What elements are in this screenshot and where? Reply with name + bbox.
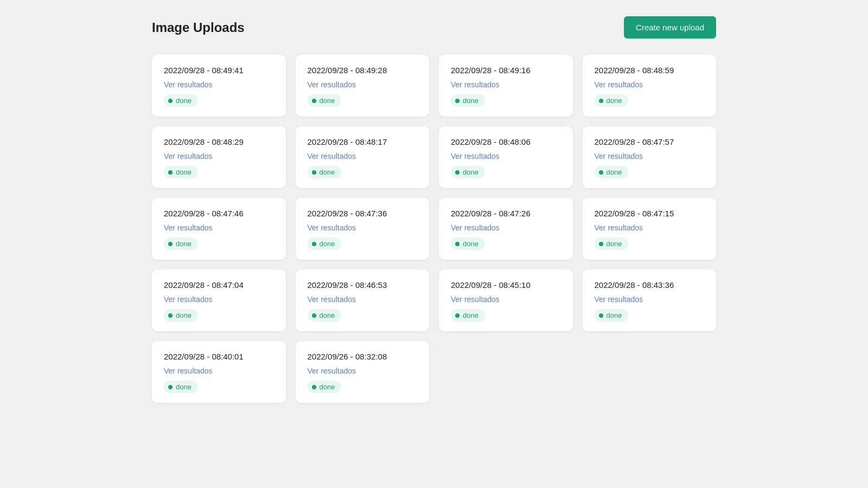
status-dot-icon — [455, 313, 459, 318]
uploads-grid: 2022/09/28 - 08:49:41Ver resultadosdone2… — [152, 55, 716, 403]
page-header: Image Uploads Create new upload — [152, 16, 716, 38]
upload-card: 2022/09/28 - 08:49:41Ver resultadosdone — [152, 55, 286, 117]
status-label: done — [463, 97, 478, 105]
status-label: done — [607, 97, 622, 105]
card-timestamp: 2022/09/28 - 08:48:17 — [308, 137, 418, 146]
ver-resultados-link[interactable]: Ver resultados — [451, 295, 561, 304]
status-badge: done — [451, 309, 485, 322]
page-title: Image Uploads — [152, 20, 245, 35]
upload-card: 2022/09/28 - 08:40:01Ver resultadosdone — [152, 341, 286, 403]
ver-resultados-link[interactable]: Ver resultados — [451, 223, 561, 232]
ver-resultados-link[interactable]: Ver resultados — [308, 152, 418, 160]
ver-resultados-link[interactable]: Ver resultados — [595, 80, 705, 89]
status-label: done — [176, 240, 192, 248]
status-label: done — [176, 168, 192, 176]
ver-resultados-link[interactable]: Ver resultados — [164, 80, 274, 89]
status-label: done — [176, 383, 192, 391]
card-timestamp: 2022/09/28 - 08:47:36 — [308, 209, 418, 218]
card-timestamp: 2022/09/28 - 08:49:41 — [164, 66, 274, 75]
ver-resultados-link[interactable]: Ver resultados — [308, 223, 418, 232]
status-badge: done — [308, 237, 342, 250]
status-dot-icon — [455, 242, 459, 246]
status-dot-icon — [168, 170, 173, 175]
card-timestamp: 2022/09/28 - 08:48:06 — [451, 137, 561, 146]
status-badge: done — [308, 166, 342, 178]
card-timestamp: 2022/09/28 - 08:47:04 — [164, 280, 274, 290]
card-timestamp: 2022/09/28 - 08:48:29 — [164, 137, 274, 146]
status-dot-icon — [599, 99, 603, 103]
card-timestamp: 2022/09/28 - 08:47:26 — [451, 209, 561, 218]
status-dot-icon — [312, 242, 316, 246]
status-label: done — [320, 240, 335, 248]
ver-resultados-link[interactable]: Ver resultados — [595, 223, 705, 232]
upload-card: 2022/09/28 - 08:49:16Ver resultadosdone — [439, 55, 573, 117]
status-badge: done — [595, 237, 629, 250]
create-new-upload-button[interactable]: Create new upload — [624, 16, 716, 38]
card-timestamp: 2022/09/28 - 08:45:10 — [451, 280, 561, 290]
status-dot-icon — [599, 313, 603, 318]
status-label: done — [176, 311, 192, 319]
card-timestamp: 2022/09/26 - 08:32:08 — [308, 352, 418, 361]
ver-resultados-link[interactable]: Ver resultados — [164, 367, 274, 375]
status-label: done — [320, 97, 335, 105]
status-dot-icon — [168, 385, 173, 389]
status-label: done — [463, 168, 478, 176]
status-dot-icon — [455, 99, 459, 103]
ver-resultados-link[interactable]: Ver resultados — [451, 152, 561, 160]
ver-resultados-link[interactable]: Ver resultados — [308, 295, 418, 304]
card-timestamp: 2022/09/28 - 08:49:28 — [308, 66, 418, 75]
status-dot-icon — [168, 242, 173, 246]
upload-card: 2022/09/28 - 08:48:29Ver resultadosdone — [152, 126, 286, 188]
status-badge: done — [164, 381, 198, 393]
status-label: done — [607, 168, 622, 176]
upload-card: 2022/09/28 - 08:47:57Ver resultadosdone — [583, 126, 717, 188]
upload-card: 2022/09/28 - 08:48:59Ver resultadosdone — [583, 55, 717, 117]
ver-resultados-link[interactable]: Ver resultados — [308, 367, 418, 375]
status-badge: done — [308, 381, 342, 393]
ver-resultados-link[interactable]: Ver resultados — [451, 80, 561, 89]
status-label: done — [607, 240, 622, 248]
status-dot-icon — [599, 242, 603, 246]
status-dot-icon — [599, 170, 603, 175]
status-dot-icon — [312, 170, 316, 175]
status-label: done — [463, 240, 478, 248]
status-badge: done — [308, 309, 342, 322]
status-label: done — [320, 168, 335, 176]
ver-resultados-link[interactable]: Ver resultados — [164, 223, 274, 232]
card-timestamp: 2022/09/28 - 08:43:36 — [595, 280, 705, 290]
status-label: done — [463, 311, 478, 319]
upload-card: 2022/09/26 - 08:32:08Ver resultadosdone — [296, 341, 430, 403]
status-badge: done — [308, 94, 342, 107]
upload-card: 2022/09/28 - 08:48:17Ver resultadosdone — [296, 126, 430, 188]
ver-resultados-link[interactable]: Ver resultados — [595, 152, 705, 160]
status-dot-icon — [455, 170, 459, 175]
upload-card: 2022/09/28 - 08:43:36Ver resultadosdone — [583, 269, 717, 331]
status-badge: done — [451, 237, 485, 250]
upload-card: 2022/09/28 - 08:47:04Ver resultadosdone — [152, 269, 286, 331]
upload-card: 2022/09/28 - 08:48:06Ver resultadosdone — [439, 126, 573, 188]
ver-resultados-link[interactable]: Ver resultados — [308, 80, 418, 89]
ver-resultados-link[interactable]: Ver resultados — [164, 295, 274, 304]
status-badge: done — [164, 94, 198, 107]
status-badge: done — [595, 166, 629, 178]
card-timestamp: 2022/09/28 - 08:49:16 — [451, 66, 561, 75]
status-dot-icon — [168, 313, 173, 318]
status-badge: done — [451, 94, 485, 107]
ver-resultados-link[interactable]: Ver resultados — [595, 295, 705, 304]
upload-card: 2022/09/28 - 08:47:36Ver resultadosdone — [296, 198, 430, 260]
status-badge: done — [164, 237, 198, 250]
upload-card: 2022/09/28 - 08:47:46Ver resultadosdone — [152, 198, 286, 260]
card-timestamp: 2022/09/28 - 08:48:59 — [595, 66, 705, 75]
upload-card: 2022/09/28 - 08:47:15Ver resultadosdone — [583, 198, 717, 260]
upload-card: 2022/09/28 - 08:49:28Ver resultadosdone — [296, 55, 430, 117]
status-label: done — [176, 97, 192, 105]
card-timestamp: 2022/09/28 - 08:47:46 — [164, 209, 274, 218]
card-timestamp: 2022/09/28 - 08:40:01 — [164, 352, 274, 361]
upload-card: 2022/09/28 - 08:47:26Ver resultadosdone — [439, 198, 573, 260]
upload-card: 2022/09/28 - 08:46:53Ver resultadosdone — [296, 269, 430, 331]
ver-resultados-link[interactable]: Ver resultados — [164, 152, 274, 160]
card-timestamp: 2022/09/28 - 08:46:53 — [308, 280, 418, 290]
upload-card: 2022/09/28 - 08:45:10Ver resultadosdone — [439, 269, 573, 331]
status-dot-icon — [312, 313, 316, 318]
card-timestamp: 2022/09/28 - 08:47:15 — [595, 209, 705, 218]
